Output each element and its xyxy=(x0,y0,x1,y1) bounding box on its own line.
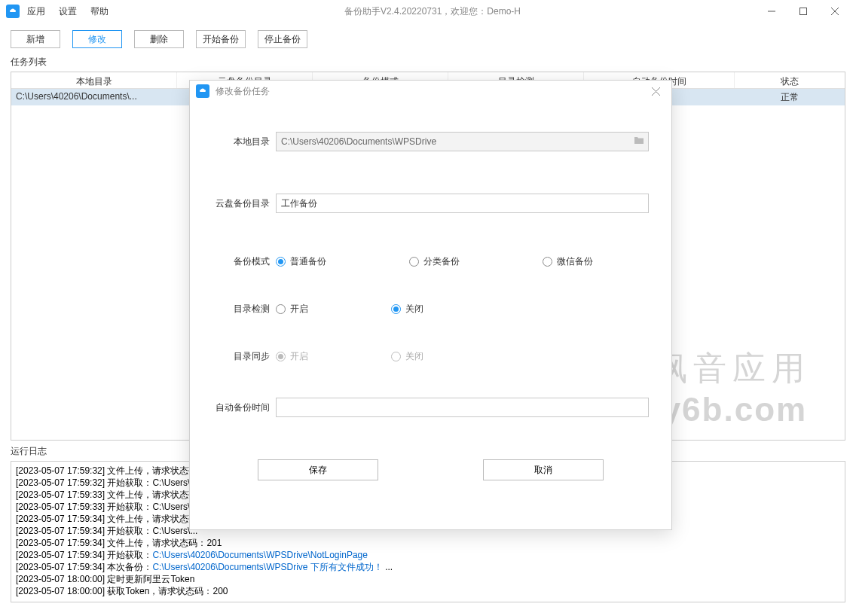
edit-task-dialog: 修改备份任务 本地目录 云盘备份目录 备份模式 普通备份 分类备份 xyxy=(189,80,672,530)
input-cloud-dir[interactable] xyxy=(276,194,649,213)
radio-mode-normal[interactable]: 普通备份 xyxy=(276,255,326,268)
label-cloud-dir: 云盘备份目录 xyxy=(212,197,276,210)
menu-help[interactable]: 帮助 xyxy=(90,5,109,18)
menu-settings[interactable]: 设置 xyxy=(59,5,77,18)
radio-detect-on[interactable]: 开启 xyxy=(276,303,308,316)
radio-sync-off: 关闭 xyxy=(391,350,423,363)
dialog-close-button[interactable] xyxy=(646,82,665,100)
th-local[interactable]: 本地目录 xyxy=(11,72,177,88)
input-local-dir[interactable] xyxy=(276,132,649,151)
menu-bar: 应用 设置 帮助 xyxy=(27,5,109,18)
log-line: [2023-05-07 17:59:34] 文件上传，请求状态码：201 xyxy=(16,537,840,549)
log-line: [2023-05-07 18:00:00] 定时更新阿里云Token xyxy=(16,573,840,585)
start-backup-button[interactable]: 开始备份 xyxy=(196,30,246,48)
dialog-title: 修改备份任务 xyxy=(216,85,270,98)
minimize-button[interactable] xyxy=(757,1,787,22)
th-status[interactable]: 状态 xyxy=(735,72,845,88)
dialog-titlebar: 修改备份任务 xyxy=(190,81,671,102)
label-auto-time: 自动备份时间 xyxy=(212,401,276,414)
cell-status: 正常 xyxy=(735,89,845,105)
label-backup-mode: 备份模式 xyxy=(212,255,276,268)
svg-rect-1 xyxy=(800,8,807,15)
cancel-button[interactable]: 取消 xyxy=(483,459,604,480)
delete-button[interactable]: 删除 xyxy=(134,30,184,48)
new-button[interactable]: 新增 xyxy=(11,30,60,48)
radio-mode-wechat[interactable]: 微信备份 xyxy=(543,255,593,268)
folder-browse-icon[interactable] xyxy=(634,136,644,147)
window-title: 备份助手V2.4.20220731，欢迎您：Demo-H xyxy=(109,5,757,18)
maximize-button[interactable] xyxy=(788,1,818,22)
toolbar: 新增 修改 删除 开始备份 停止备份 xyxy=(0,23,856,54)
radio-sync-on: 开启 xyxy=(276,350,308,363)
input-auto-time[interactable] xyxy=(276,398,649,417)
label-local-dir: 本地目录 xyxy=(212,136,276,148)
label-detect: 目录检测 xyxy=(212,303,276,316)
stop-backup-button[interactable]: 停止备份 xyxy=(258,30,307,48)
dialog-body: 本地目录 云盘备份目录 备份模式 普通备份 分类备份 微信备份 目录检测 xyxy=(190,102,671,496)
app-icon xyxy=(6,5,20,18)
log-line: [2023-05-07 18:00:00] 获取Token，请求状态码：200 xyxy=(16,585,840,597)
task-list-label: 任务列表 xyxy=(0,54,856,72)
title-bar: 应用 设置 帮助 备份助手V2.4.20220731，欢迎您：Demo-H xyxy=(0,0,856,23)
menu-app[interactable]: 应用 xyxy=(27,5,45,18)
log-line: [2023-05-07 17:59:34] 本次备份：C:\Users\4020… xyxy=(16,561,840,573)
radio-mode-category[interactable]: 分类备份 xyxy=(409,255,460,268)
log-line: [2023-05-07 17:59:34] 开始获取：C:\Users\4020… xyxy=(16,549,840,561)
close-button[interactable] xyxy=(820,1,850,22)
cell-local: C:\Users\40206\Documents\... xyxy=(11,89,177,105)
save-button[interactable]: 保存 xyxy=(258,459,378,480)
window-controls xyxy=(757,1,850,22)
dialog-app-icon xyxy=(196,84,209,98)
label-sync: 目录同步 xyxy=(212,350,276,363)
radio-detect-off[interactable]: 关闭 xyxy=(391,303,423,316)
edit-button[interactable]: 修改 xyxy=(72,30,122,48)
